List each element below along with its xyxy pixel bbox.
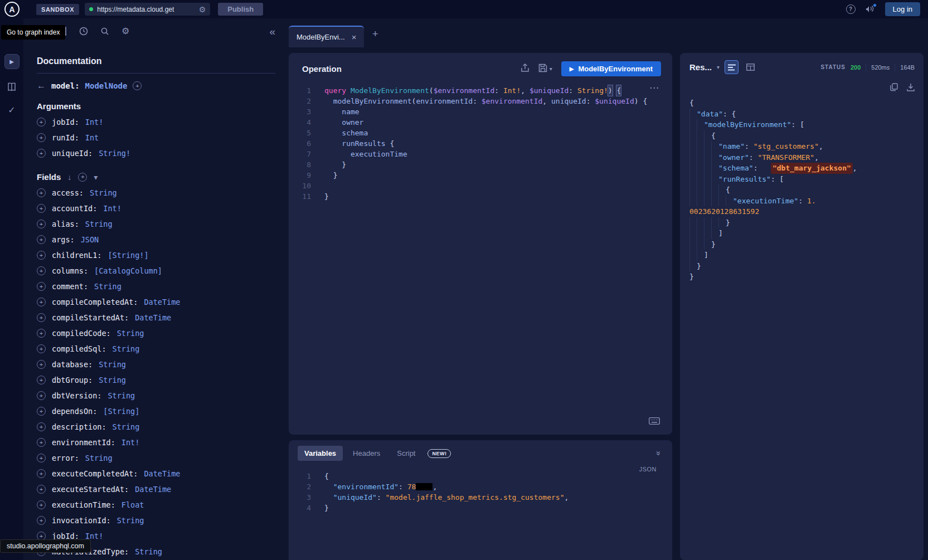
login-button[interactable]: Log in: [885, 2, 920, 16]
response-title[interactable]: Res...: [689, 62, 712, 72]
add-field-icon[interactable]: +: [37, 298, 46, 306]
field-type[interactable]: String: [113, 422, 140, 431]
field-name[interactable]: executeStartedAt:: [52, 485, 129, 494]
field-name[interactable]: compileCompletedAt:: [52, 298, 138, 306]
add-field-icon[interactable]: +: [37, 516, 46, 525]
field-name[interactable]: compileStartedAt:: [52, 313, 129, 322]
field-name[interactable]: columns:: [52, 266, 88, 275]
code-line[interactable]: "executionTime": 1.: [689, 196, 915, 207]
code-line[interactable]: "modelByEnvironment": [: [689, 119, 915, 130]
field-type[interactable]: String: [117, 329, 144, 338]
field-type[interactable]: [String!]: [108, 251, 148, 260]
new-tab-icon[interactable]: +: [372, 29, 378, 39]
code-line[interactable]: 9 }: [289, 170, 672, 181]
field-name[interactable]: description:: [52, 422, 106, 431]
field-type[interactable]: String: [85, 220, 113, 228]
schema-book-icon[interactable]: [7, 82, 17, 91]
search-icon[interactable]: [100, 27, 109, 36]
add-field-icon[interactable]: +: [37, 422, 46, 431]
field-name[interactable]: compiledCode:: [52, 329, 111, 338]
share-icon[interactable]: [521, 64, 529, 75]
history-icon[interactable]: [79, 27, 88, 36]
field-type[interactable]: Int!: [122, 438, 140, 447]
add-field-icon[interactable]: +: [37, 391, 46, 400]
code-line[interactable]: ]: [689, 228, 915, 239]
field-name[interactable]: access:: [52, 188, 84, 197]
field-type[interactable]: [CatalogColumn]: [94, 266, 162, 275]
operation-more-icon[interactable]: ⋯: [649, 83, 659, 92]
field-name[interactable]: database:: [52, 360, 93, 369]
explorer-nav-icon[interactable]: ▶: [4, 54, 20, 69]
close-tab-icon[interactable]: ×: [352, 33, 357, 41]
tab-script[interactable]: Script: [390, 446, 422, 461]
field-name[interactable]: alias:: [52, 220, 79, 228]
back-arrow-icon[interactable]: ←: [37, 81, 46, 91]
field-type[interactable]: [String]: [103, 407, 139, 416]
copy-response-icon[interactable]: [890, 83, 898, 93]
announcements-megaphone-icon[interactable]: [866, 5, 875, 13]
code-line[interactable]: 10: [289, 181, 672, 191]
add-field-icon[interactable]: +: [37, 485, 46, 494]
field-name[interactable]: jobId:: [52, 118, 79, 126]
tab-headers[interactable]: Headers: [346, 446, 387, 461]
field-name[interactable]: uniqueId:: [52, 149, 93, 158]
add-field-icon[interactable]: +: [37, 454, 46, 462]
add-field-icon[interactable]: +: [37, 149, 46, 158]
code-line[interactable]: 5 schema: [289, 128, 672, 138]
publish-button[interactable]: Publish: [218, 3, 263, 16]
code-line[interactable]: {: [689, 98, 915, 109]
field-type[interactable]: Int!: [85, 118, 104, 126]
field-type[interactable]: String: [99, 376, 126, 384]
field-type[interactable]: String: [99, 360, 126, 369]
field-name[interactable]: dbtVersion:: [52, 391, 101, 400]
sort-fields-icon[interactable]: ↓: [67, 173, 71, 181]
code-line[interactable]: "name": "stg_customers",: [689, 141, 915, 152]
checks-nav-icon[interactable]: ✓: [8, 105, 15, 115]
add-field-icon[interactable]: +: [37, 376, 46, 384]
field-type[interactable]: String: [113, 344, 140, 353]
code-line[interactable]: }: [689, 217, 915, 228]
collapse-panel-icon[interactable]: «: [269, 26, 275, 37]
field-type[interactable]: String: [90, 188, 117, 197]
field-type[interactable]: DateTime: [135, 313, 171, 322]
field-name[interactable]: dbtGroup:: [52, 376, 93, 384]
field-name[interactable]: runId:: [52, 133, 79, 142]
variables-editor[interactable]: 1{2 "environmentId": 78,3 "uniqueId": "m…: [289, 471, 672, 513]
field-name[interactable]: dependsOn:: [52, 407, 97, 416]
breadcrumb-type[interactable]: ModelNode: [85, 81, 128, 90]
add-field-icon[interactable]: +: [37, 313, 46, 322]
graph-url-input[interactable]: https://metadata.cloud.get ⚙: [85, 3, 210, 16]
field-type[interactable]: String: [108, 391, 135, 400]
code-line[interactable]: 1query ModelByEnvironment($environmentId…: [289, 85, 672, 96]
url-settings-gear-icon[interactable]: ⚙: [199, 6, 206, 13]
code-line[interactable]: }: [689, 239, 915, 250]
code-line[interactable]: 4 owner: [289, 117, 672, 128]
field-type[interactable]: DateTime: [144, 298, 180, 306]
field-name[interactable]: error:: [52, 454, 79, 462]
add-field-icon[interactable]: +: [37, 282, 46, 291]
operation-editor[interactable]: 1query ModelByEnvironment($environmentId…: [289, 85, 672, 202]
field-type[interactable]: DateTime: [135, 485, 171, 494]
field-name[interactable]: executionTime:: [52, 500, 115, 509]
field-type[interactable]: String: [94, 282, 122, 291]
add-field-icon[interactable]: +: [37, 360, 46, 369]
field-type[interactable]: Int!: [103, 204, 122, 213]
tree-view-icon[interactable]: [725, 60, 738, 74]
field-name[interactable]: accountId:: [52, 204, 97, 213]
code-line[interactable]: 1{: [289, 471, 672, 481]
field-type[interactable]: String: [117, 516, 144, 525]
response-chevron-icon[interactable]: ▾: [717, 65, 720, 70]
code-line[interactable]: 8 }: [289, 159, 672, 170]
code-line[interactable]: {: [689, 184, 915, 196]
code-line[interactable]: {: [689, 130, 915, 142]
code-line[interactable]: 6 runResults {: [289, 138, 672, 149]
add-field-icon[interactable]: +: [37, 266, 46, 275]
field-type[interactable]: Float: [122, 500, 144, 509]
add-field-icon[interactable]: +: [37, 133, 46, 142]
save-icon[interactable]: [538, 64, 547, 75]
collapse-variables-icon[interactable]: »: [654, 451, 663, 455]
field-name[interactable]: args:: [52, 235, 75, 244]
code-line[interactable]: 3 name: [289, 106, 672, 117]
add-field-icon[interactable]: +: [37, 329, 46, 338]
add-field-icon[interactable]: +: [37, 500, 46, 509]
